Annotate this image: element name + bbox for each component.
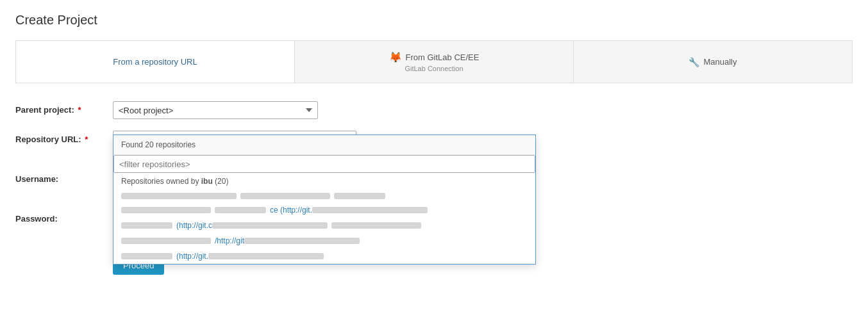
repo-blur-3b [212, 222, 328, 229]
list-item[interactable] [113, 190, 535, 202]
tab-repo-url[interactable]: From a repository URL [16, 41, 295, 83]
repo-blur-1 [121, 193, 237, 199]
list-item[interactable]: (http://git.c [113, 218, 535, 233]
tab-gitlab-sub: GitLab Connection [405, 65, 463, 72]
repository-url-label: Repository URL: * [15, 131, 105, 144]
repo-url-3: (http://git.c [176, 221, 212, 230]
username-label: Username: [15, 170, 105, 184]
repo-blur-5a [121, 253, 172, 259]
tab-manually[interactable]: 🔧 Manually [574, 41, 852, 83]
list-item[interactable]: ce (http://git. [113, 202, 535, 218]
repo-blur-2a [121, 207, 211, 213]
parent-project-select[interactable]: <Root project> [113, 101, 318, 119]
repo-blur-4a [121, 238, 211, 244]
tab-manually-label: Manually [703, 57, 737, 67]
list-item[interactable]: /http://git [113, 233, 535, 249]
tab-gitlab-inner: 🦊 From GitLab CE/EE GitLab Connection [389, 51, 480, 72]
repo-blur-3c [331, 222, 421, 229]
tab-repo-url-label: From a repository URL [113, 57, 197, 67]
repo-dropdown: Found 20 repositories Repositories owned… [113, 135, 536, 265]
repo-url-2: ce (http://git. [270, 206, 312, 215]
repo-blur-1b [240, 193, 330, 199]
parent-project-content: <Root project> [113, 101, 853, 119]
dropdown-header: Found 20 repositories [113, 135, 535, 155]
gitlab-icon: 🦊 [389, 51, 402, 63]
repo-url-4: /http://git [215, 236, 244, 245]
repo-blur-2c [312, 207, 428, 213]
parent-project-label: Parent project: * [15, 101, 105, 115]
tab-gitlab-label: From GitLab CE/EE [406, 53, 480, 62]
repo-blur-5b [208, 253, 324, 259]
form-section: Parent project: * <Root project> Reposit… [15, 101, 853, 275]
page-title: Create Project [15, 13, 853, 28]
list-item[interactable]: (http://git. [113, 249, 535, 264]
repo-blur-3a [121, 222, 172, 229]
wrench-icon: 🔧 [689, 57, 699, 67]
dropdown-section-title: Repositories owned by ibu (20) [113, 173, 535, 190]
repo-blur-4b [244, 238, 360, 244]
password-label: Password: [15, 210, 105, 224]
repo-url-5: (http://git. [176, 252, 208, 261]
repo-blur-1c [334, 193, 385, 199]
repo-blur-2b [215, 207, 266, 213]
tab-bar: From a repository URL 🦊 From GitLab CE/E… [15, 40, 853, 83]
tab-gitlab[interactable]: 🦊 From GitLab CE/EE GitLab Connection [295, 41, 574, 83]
filter-repos-input[interactable] [113, 155, 535, 173]
parent-project-row: Parent project: * <Root project> [15, 101, 853, 119]
